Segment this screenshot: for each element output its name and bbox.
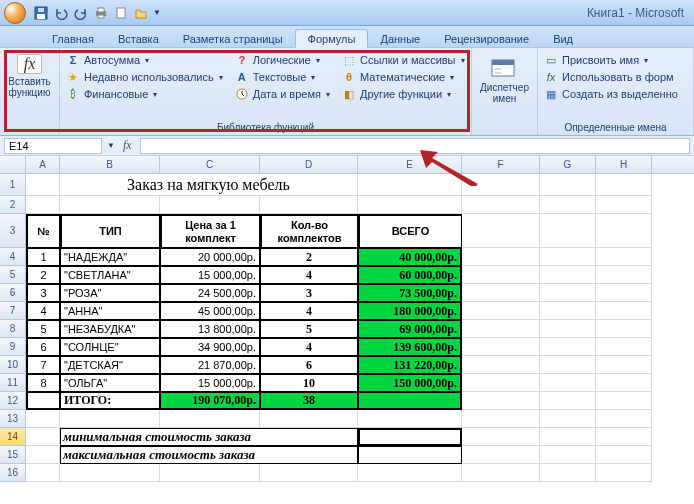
row-header[interactable]: 10 — [0, 356, 26, 374]
cell[interactable] — [358, 446, 462, 464]
cell-total[interactable]: 73 500,00р. — [358, 284, 462, 302]
cell[interactable] — [540, 446, 596, 464]
cell[interactable] — [462, 320, 540, 338]
cell[interactable] — [596, 446, 652, 464]
cell[interactable] — [462, 356, 540, 374]
cell-total[interactable]: 69 000,00р. — [358, 320, 462, 338]
cell[interactable] — [160, 464, 260, 482]
cell[interactable] — [26, 428, 60, 446]
selected-cell[interactable] — [358, 428, 462, 446]
cell[interactable] — [540, 284, 596, 302]
cell-type[interactable]: "РОЗА" — [60, 284, 160, 302]
name-box[interactable]: E14 — [4, 138, 102, 154]
cell-total[interactable]: 40 000,00р. — [358, 248, 462, 266]
tab-review[interactable]: Рецензирование — [432, 30, 541, 47]
row-header[interactable]: 1 — [0, 174, 26, 196]
doc-title[interactable]: Заказ на мягкую мебель — [60, 174, 358, 196]
cell[interactable] — [358, 196, 462, 214]
select-all-corner[interactable] — [0, 156, 26, 173]
cell[interactable] — [26, 446, 60, 464]
cell[interactable] — [462, 392, 540, 410]
col-header[interactable]: C — [160, 156, 260, 173]
cell-qty[interactable]: 3 — [260, 284, 358, 302]
text-button[interactable]: AТекстовые▾ — [233, 69, 332, 85]
min-label[interactable]: минимальная стоимость заказа — [60, 428, 358, 446]
cell-qty[interactable]: 4 — [260, 302, 358, 320]
cell[interactable] — [462, 248, 540, 266]
cell-no[interactable]: 2 — [26, 266, 60, 284]
cell[interactable] — [540, 302, 596, 320]
cell[interactable] — [596, 464, 652, 482]
insert-function-button[interactable]: fx Вставить функцию — [8, 54, 50, 98]
cell-no[interactable]: 6 — [26, 338, 60, 356]
total-qty[interactable]: 38 — [260, 392, 358, 410]
cell[interactable] — [596, 248, 652, 266]
datetime-button[interactable]: Дата и время▾ — [233, 86, 332, 102]
cell[interactable] — [540, 338, 596, 356]
cell-price[interactable]: 34 900,00р. — [160, 338, 260, 356]
row-header[interactable]: 6 — [0, 284, 26, 302]
cell[interactable] — [596, 302, 652, 320]
cell[interactable] — [462, 464, 540, 482]
redo-icon[interactable] — [72, 4, 90, 22]
cell-qty[interactable]: 4 — [260, 266, 358, 284]
cell[interactable] — [60, 196, 160, 214]
cell[interactable] — [160, 410, 260, 428]
cell-qty[interactable]: 5 — [260, 320, 358, 338]
recent-button[interactable]: ★Недавно использовались▾ — [64, 69, 225, 85]
cell-qty[interactable]: 4 — [260, 338, 358, 356]
row-header[interactable]: 13 — [0, 410, 26, 428]
tab-home[interactable]: Главная — [40, 30, 106, 47]
cell-qty[interactable]: 2 — [260, 248, 358, 266]
cell[interactable] — [540, 196, 596, 214]
cell-total[interactable]: 150 000,00р. — [358, 374, 462, 392]
hdr-no[interactable]: № — [26, 214, 60, 248]
row-header[interactable]: 15 — [0, 446, 26, 464]
cell[interactable] — [462, 196, 540, 214]
cell[interactable] — [462, 284, 540, 302]
cell[interactable] — [462, 266, 540, 284]
more-button[interactable]: ◧Другие функции▾ — [340, 86, 467, 102]
cell[interactable] — [596, 284, 652, 302]
cell[interactable] — [358, 410, 462, 428]
row-header[interactable]: 11 — [0, 374, 26, 392]
cell-type[interactable]: "ДЕТСКАЯ" — [60, 356, 160, 374]
namebox-dropdown-icon[interactable]: ▼ — [107, 141, 115, 150]
financial-button[interactable]: ₿Финансовые▾ — [64, 86, 225, 102]
logical-button[interactable]: ?Логические▾ — [233, 52, 332, 68]
create-from-selection-button[interactable]: ▦Создать из выделенно — [542, 86, 689, 102]
cell[interactable] — [540, 266, 596, 284]
tab-insert[interactable]: Вставка — [106, 30, 171, 47]
cell-no[interactable]: 1 — [26, 248, 60, 266]
cell[interactable] — [596, 320, 652, 338]
cell[interactable] — [462, 428, 540, 446]
tab-view[interactable]: Вид — [541, 30, 585, 47]
qat-dropdown-icon[interactable]: ▼ — [153, 8, 161, 17]
hdr-type[interactable]: ТИП — [60, 214, 160, 248]
col-header[interactable]: G — [540, 156, 596, 173]
row-header[interactable]: 2 — [0, 196, 26, 214]
tab-data[interactable]: Данные — [368, 30, 432, 47]
cell-type[interactable]: "НЕЗАБУДКА" — [60, 320, 160, 338]
cell[interactable] — [596, 174, 652, 196]
cell[interactable] — [596, 428, 652, 446]
cell[interactable] — [26, 196, 60, 214]
cell[interactable] — [260, 464, 358, 482]
row-header[interactable]: 3 — [0, 214, 26, 248]
formula-bar-fx-icon[interactable]: fx — [119, 138, 136, 153]
hdr-total[interactable]: ВСЕГО — [358, 214, 462, 248]
save-icon[interactable] — [32, 4, 50, 22]
formula-input[interactable] — [140, 138, 690, 154]
cell[interactable] — [26, 392, 60, 410]
cell-price[interactable]: 45 000,00р. — [160, 302, 260, 320]
cell[interactable] — [462, 338, 540, 356]
use-in-formula-button[interactable]: fxИспользовать в форм — [542, 69, 689, 85]
undo-icon[interactable] — [52, 4, 70, 22]
max-label[interactable]: максимальная стоимость заказа — [60, 446, 358, 464]
cell[interactable] — [540, 410, 596, 428]
row-header[interactable]: 5 — [0, 266, 26, 284]
cell[interactable] — [596, 356, 652, 374]
cell[interactable] — [26, 410, 60, 428]
cell[interactable] — [462, 374, 540, 392]
cell-type[interactable]: "АННА" — [60, 302, 160, 320]
